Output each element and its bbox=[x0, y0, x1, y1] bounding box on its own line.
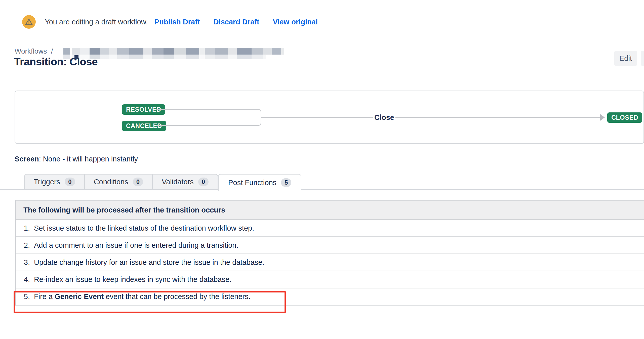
tab-triggers[interactable]: Triggers 0 bbox=[25, 175, 84, 189]
connector-merge-bracket bbox=[250, 109, 261, 126]
tab-conditions-label: Conditions bbox=[94, 178, 128, 186]
post-function-row-3: 3. Update change history for an issue an… bbox=[16, 254, 644, 271]
tab-validators[interactable]: Validators 0 bbox=[152, 175, 218, 189]
status-badge-canceled: CANCELED bbox=[122, 121, 166, 131]
tab-conditions[interactable]: Conditions 0 bbox=[84, 175, 152, 189]
draft-warning-banner: You are editing a draft workflow. Publis… bbox=[22, 15, 331, 29]
tab-validators-label: Validators bbox=[162, 178, 194, 186]
tab-conditions-count-badge: 0 bbox=[133, 178, 143, 186]
text-cursor-artifact bbox=[74, 55, 78, 59]
post-function-row-2: 2. Add a comment to an issue if one is e… bbox=[16, 237, 644, 254]
transition-diagram: RESOLVED CANCELED Close CLOSED bbox=[15, 91, 644, 144]
row-number: 5. bbox=[16, 292, 30, 301]
redacted-breadcrumb-segment bbox=[63, 48, 284, 55]
screen-info: Screen: None - it will happen instantly bbox=[15, 155, 138, 163]
view-original-link[interactable]: View original bbox=[273, 18, 318, 26]
row-text: Add a comment to an issue if one is ente… bbox=[34, 241, 238, 249]
row-number: 1. bbox=[16, 224, 30, 232]
post-function-row-5: 5. Fire a Generic Event event that can b… bbox=[16, 288, 644, 306]
connector-line-canceled bbox=[156, 125, 250, 126]
row-text: Update change history for an issue and s… bbox=[34, 258, 264, 267]
warning-icon bbox=[22, 15, 36, 29]
draft-warning-message: You are editing a draft workflow. bbox=[45, 18, 148, 26]
post-functions-header: The following will be processed after th… bbox=[16, 201, 644, 220]
inactive-tab-strip: Triggers 0 Conditions 0 Validators 0 bbox=[24, 174, 218, 189]
tab-post-functions[interactable]: Post Functions 5 bbox=[218, 174, 301, 191]
status-badge-closed: CLOSED bbox=[607, 112, 642, 123]
discard-draft-link[interactable]: Discard Draft bbox=[213, 18, 259, 26]
tab-bar: Triggers 0 Conditions 0 Validators 0 Pos… bbox=[24, 174, 301, 191]
breadcrumb-workflows-link[interactable]: Workflows bbox=[15, 47, 47, 55]
workflow-transition-page: You are editing a draft workflow. Publis… bbox=[0, 0, 644, 339]
row-text: Re-index an issue to keep indexes in syn… bbox=[34, 275, 231, 284]
post-function-row-1: 1. Set issue status to the linked status… bbox=[16, 220, 644, 237]
publish-draft-link[interactable]: Publish Draft bbox=[154, 18, 200, 26]
connector-line-to-target bbox=[395, 117, 601, 118]
tab-triggers-label: Triggers bbox=[34, 178, 60, 186]
tab-post-functions-count-badge: 5 bbox=[281, 178, 291, 187]
arrow-head-icon bbox=[600, 114, 605, 121]
tab-post-functions-label: Post Functions bbox=[228, 179, 276, 187]
header-actions: Edit V bbox=[614, 51, 644, 66]
post-functions-panel: The following will be processed after th… bbox=[15, 200, 644, 306]
connector-line-merged bbox=[261, 117, 373, 118]
tab-triggers-count-badge: 0 bbox=[65, 178, 75, 186]
row-number: 4. bbox=[16, 275, 30, 284]
screen-info-value: : None - it will happen instantly bbox=[39, 155, 138, 163]
breadcrumb-separator: / bbox=[51, 47, 53, 55]
transition-name-label: Close bbox=[374, 113, 394, 122]
screen-info-label: Screen bbox=[15, 155, 39, 163]
connector-line-resolved bbox=[156, 109, 250, 110]
row-number: 2. bbox=[16, 241, 30, 249]
page-title: Transition: Close bbox=[14, 56, 98, 68]
clipped-right-button[interactable]: V bbox=[641, 51, 644, 66]
row-number: 3. bbox=[16, 258, 30, 267]
breadcrumb: Workflows / bbox=[15, 47, 57, 55]
post-function-row-4: 4. Re-index an issue to keep indexes in … bbox=[16, 271, 644, 288]
row-text: Set issue status to the linked status of… bbox=[34, 224, 254, 232]
edit-button[interactable]: Edit bbox=[614, 51, 637, 66]
tab-validators-count-badge: 0 bbox=[198, 178, 209, 186]
row-text: Fire a Generic Event event that can be p… bbox=[34, 292, 251, 301]
